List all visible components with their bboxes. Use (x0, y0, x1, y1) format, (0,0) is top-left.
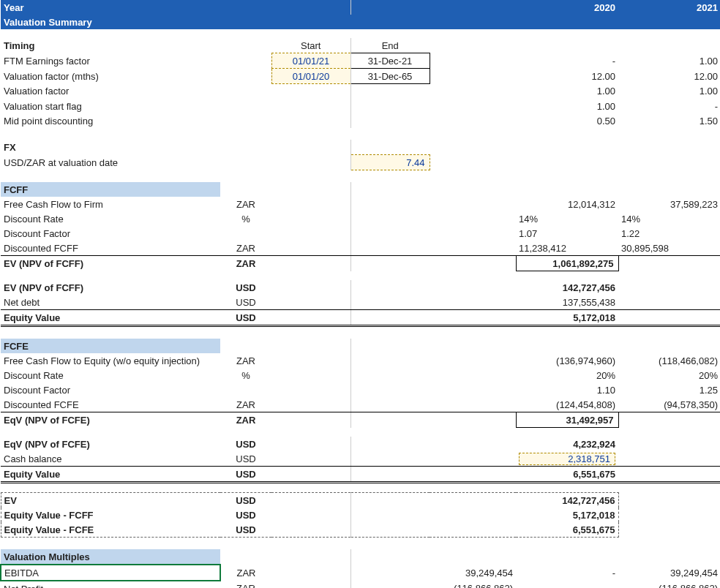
fcfe-equity-label: Equity Value (1, 467, 220, 483)
fcff-free-2020: 12,014,312 (516, 197, 618, 211)
ebitda-unit: ZAR (220, 565, 271, 581)
fcfe-eqv-2020: 31,492,957 (516, 412, 618, 428)
fcfe-dfact-2021: 1.25 (618, 382, 720, 397)
fcff-eqv-2020: 5,172,018 (516, 310, 618, 326)
fcfe-cash-input[interactable]: 2,318,751 (519, 453, 615, 465)
fcfe-dfact-label: Discount Factor (1, 382, 220, 397)
fcfe-drate-unit: % (220, 368, 271, 382)
fcfe-eqvusd-unit: USD (220, 437, 271, 451)
ebitda-label[interactable]: EBITDA (4, 568, 39, 578)
fcff-drate-2021: 14% (618, 211, 720, 226)
fcff-netdebt-label: Net debt (1, 295, 220, 310)
summary-ev-2020: 142,727,456 (516, 493, 618, 508)
fcff-disc-2020: 11,238,412 (516, 241, 618, 256)
midpt-2021: 1.50 (618, 113, 720, 128)
fcfe-free-2021: (118,466,082) (618, 353, 720, 368)
multiples-title: Valuation Multiples (1, 549, 220, 565)
fcfe-cash-label: Cash balance (1, 451, 220, 467)
netprofit-label: Net Profit (1, 581, 220, 588)
subheader-row: Valuation Summary (1, 15, 720, 29)
fcfe-free-unit: ZAR (220, 353, 271, 368)
summary-ev-label: EV (1, 493, 220, 508)
vsflag-2021: - (618, 99, 720, 113)
fcfe-disc-2020: (124,454,808) (516, 397, 618, 412)
fcff-free-unit: ZAR (220, 197, 271, 211)
ftm-start-input[interactable]: 01/01/21 (271, 53, 350, 69)
timing-start-hdr: Start (271, 38, 350, 53)
fcfe-disc-unit: ZAR (220, 397, 271, 412)
vfmths-start-input[interactable]: 01/01/20 (271, 69, 350, 84)
fcff-dfact-2021: 1.22 (618, 226, 720, 241)
midpt-2020: 0.50 (516, 113, 618, 128)
fcff-evusd-2020: 142,727,456 (516, 280, 618, 295)
fcff-drate-unit: % (220, 211, 271, 226)
fx-rate-label: USD/ZAR at valuation date (1, 155, 220, 170)
fx-title: FX (1, 140, 220, 155)
fcfe-dfact-2020: 1.10 (516, 382, 618, 397)
ftm-label: FTM Earnings factor (1, 53, 220, 69)
vfmths-2020: 12.00 (516, 69, 618, 84)
fcff-dfact-label: Discount Factor (1, 226, 220, 241)
valuation-summary-label: Valuation Summary (1, 15, 720, 29)
ebitda-2021: 39,249,454 (618, 565, 720, 581)
fcfe-title: FCFE (1, 339, 220, 353)
ebitda-2020: - (516, 565, 618, 581)
summary-eqvfcfe-2020: 6,551,675 (516, 522, 618, 538)
vfmths-label: Valuation factor (mths) (1, 69, 220, 84)
timing-title: Timing (1, 38, 220, 53)
ftm-2021: 1.00 (618, 53, 720, 69)
fcff-eqv-unit: USD (220, 310, 271, 326)
fcff-evusd-label: EV (NPV of FCFF) (1, 280, 220, 295)
ftm-end[interactable]: 31-Dec-21 (350, 53, 430, 69)
fcff-drate-label: Discount Rate (1, 211, 220, 226)
fcfe-disc-2021: (94,578,350) (618, 397, 720, 412)
multiples-section: Valuation Multiples (1, 549, 720, 565)
hdr-2020: 2020 (516, 0, 618, 15)
fcff-drate-2020: 14% (516, 211, 618, 226)
netprofit-unit: ZAR (220, 581, 271, 588)
summary-eqvfcff-unit: USD (220, 508, 271, 522)
fcff-eqv-label: Equity Value (1, 310, 220, 326)
fcff-dfact-2020: 1.07 (516, 226, 618, 241)
fcfe-free-2020: (136,974,960) (516, 353, 618, 368)
netprofit-2021: (116,866,862) (618, 581, 720, 588)
fcfe-eqvusd-label: EqV (NPV of FCFE) (1, 437, 220, 451)
ftm-2020: - (516, 53, 618, 69)
vf-2020: 1.00 (516, 84, 618, 99)
fcff-ev-label: EV (NPV of FCFF) (1, 256, 220, 271)
fcfe-section: FCFE (1, 339, 720, 353)
netprofit-2020: - (516, 581, 618, 588)
fcfe-drate-2021: 20% (618, 368, 720, 382)
fcff-disc-unit: ZAR (220, 241, 271, 256)
hdr-year: Year (1, 0, 220, 15)
ebitda-total: 39,249,454 (430, 565, 516, 581)
fcff-section: FCFF (1, 182, 720, 197)
fcff-evusd-unit: USD (220, 280, 271, 295)
fcfe-eqv-unit: ZAR (220, 412, 271, 428)
ebitda-selected-cell: EBITDA (1, 565, 220, 581)
summary-eqvfcff-2020: 5,172,018 (516, 508, 618, 522)
header-row: Year 2020 2021 (1, 0, 720, 15)
fcff-free-2021: 37,589,223 (618, 197, 720, 211)
summary-eqvfcfe-label: Equity Value - FCFE (1, 522, 220, 538)
fcff-title: FCFF (1, 182, 220, 197)
vfmths-end[interactable]: 31-Dec-65 (350, 69, 430, 84)
fcff-ev-2020: 1,061,892,275 (516, 256, 618, 271)
vf-2021: 1.00 (618, 84, 720, 99)
summary-ev-unit: USD (220, 493, 271, 508)
fcfe-disc-label: Discounted FCFE (1, 397, 220, 412)
fcfe-free-label: Free Cash Flow to Equity (w/o equity inj… (1, 353, 220, 368)
fcfe-eqvusd-2020: 4,232,924 (516, 437, 618, 451)
hdr-2021: 2021 (618, 0, 720, 15)
vsflag-2020: 1.00 (516, 99, 618, 113)
fcff-free-label: Free Cash Flow to Firm (1, 197, 220, 211)
summary-eqvfcfe-unit: USD (220, 522, 271, 538)
fcfe-eqv-label: EqV (NPV of FCFE) (1, 412, 220, 428)
fcfe-equity-2020: 6,551,675 (516, 467, 618, 483)
fcff-disc-2021: 30,895,598 (618, 241, 720, 256)
valuation-sheet[interactable]: Year 2020 2021 Valuation Summary Timing … (0, 0, 720, 588)
midpt-label: Mid point discounting (1, 113, 220, 128)
fx-rate-input[interactable]: 7.44 (350, 155, 430, 170)
vfmths-2021: 12.00 (618, 69, 720, 84)
fcff-netdebt-unit: USD (220, 295, 271, 310)
